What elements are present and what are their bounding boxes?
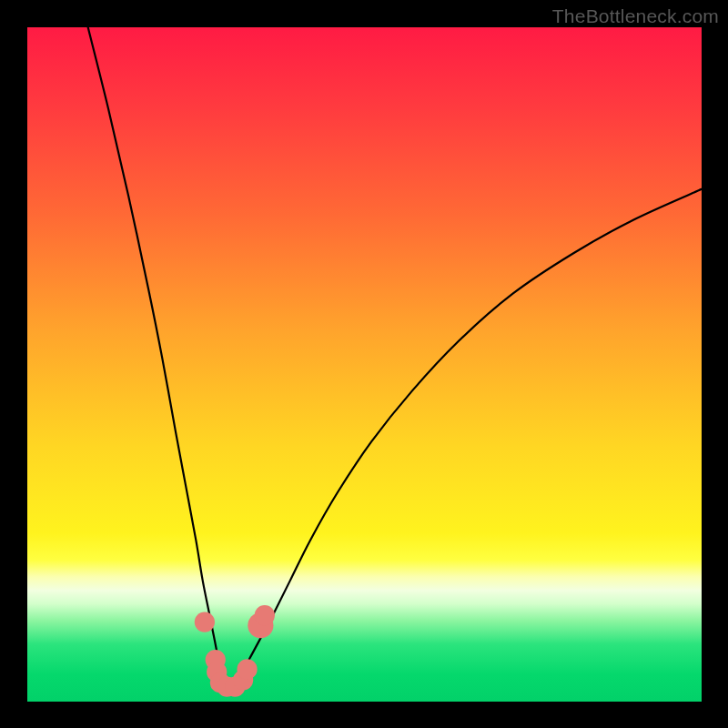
data-point xyxy=(237,659,257,679)
bottleneck-chart xyxy=(27,27,702,702)
data-point xyxy=(195,612,215,632)
chart-frame xyxy=(27,27,702,702)
gradient-background xyxy=(27,27,702,702)
data-point xyxy=(255,605,275,625)
watermark-text: TheBottleneck.com xyxy=(552,5,719,27)
